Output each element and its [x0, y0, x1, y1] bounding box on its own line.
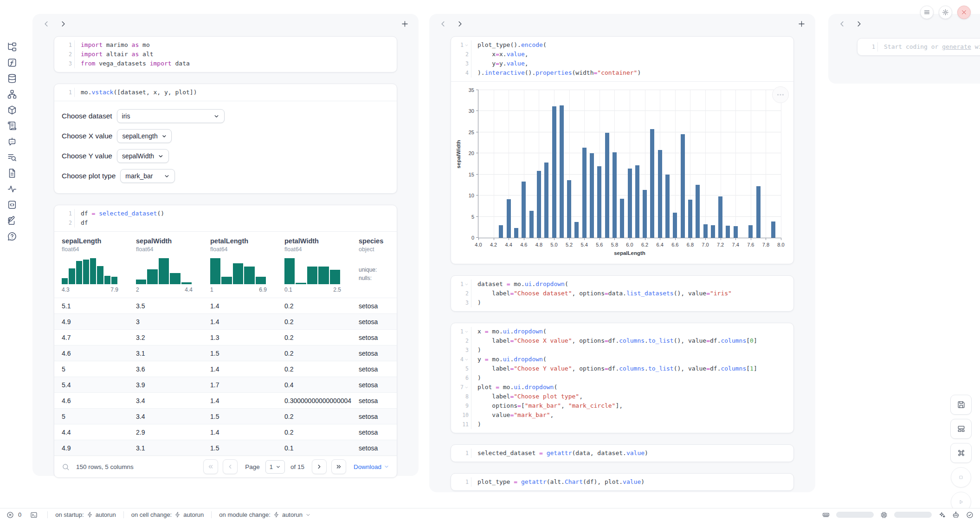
bot-chat-icon[interactable] [7, 137, 17, 147]
code-token: data. [608, 290, 626, 297]
table-cell: setosa [359, 413, 397, 420]
scroll-text-icon[interactable] [7, 121, 17, 131]
menu-button[interactable] [920, 6, 934, 19]
code-token: (). [510, 41, 521, 48]
save-button[interactable] [950, 395, 972, 415]
column-header-species[interactable]: speciesobjectunique:nulls: [359, 237, 397, 298]
table-row[interactable]: 53.61.40.2setosa [54, 361, 397, 377]
dependency-graph-icon[interactable] [7, 89, 17, 99]
code-token: label [477, 337, 510, 344]
dropdown-choose-dataset[interactable]: iris [117, 109, 225, 123]
fold-caret-icon[interactable] [464, 43, 469, 47]
file-tree-icon[interactable] [7, 42, 17, 52]
ram-meter[interactable] [836, 512, 874, 518]
column-next-button[interactable] [855, 20, 864, 28]
fold-caret-icon[interactable] [464, 282, 469, 287]
chart-menu-button[interactable] [772, 86, 789, 103]
snippets-icon[interactable] [7, 200, 17, 210]
code-placeholder[interactable]: Start coding or generate with AI [878, 42, 980, 52]
column-prev-button[interactable] [438, 20, 447, 28]
dropdown-label: Choose X value [62, 132, 112, 140]
code-cell[interactable]: 1dataset = mo.ui.dropdown(2 label="Choos… [451, 275, 794, 312]
column-next-button[interactable] [59, 20, 68, 28]
page-select[interactable]: 1 [265, 460, 285, 474]
function-square-icon[interactable] [7, 58, 17, 68]
on-cell-change-config[interactable]: on cell change: autorun [131, 511, 204, 518]
code-token: [ [746, 337, 750, 344]
fold-caret-icon[interactable] [464, 358, 469, 362]
dropdown-choose-x-value[interactable]: sepalLength [117, 129, 172, 143]
package-icon[interactable] [7, 105, 17, 115]
first-page-button[interactable] [203, 459, 218, 474]
line-number: 5 [465, 365, 469, 372]
settings-button[interactable] [939, 6, 952, 19]
column-header-petalLength[interactable]: petalLengthfloat6416.9 [210, 237, 284, 298]
table-row[interactable]: 4.63.41.40.30000000000000004setosa [54, 392, 397, 408]
text-search-icon[interactable] [7, 152, 17, 163]
add-column-button[interactable] [400, 20, 409, 28]
table-row[interactable]: 53.41.50.2setosa [54, 408, 397, 424]
prev-page-button[interactable] [223, 459, 238, 474]
search-icon[interactable] [62, 463, 70, 471]
keyboard-shortcuts-button[interactable] [950, 443, 972, 463]
table-row[interactable]: 4.931.40.2setosa [54, 313, 397, 329]
code-cell[interactable]: 1selected_dataset = getattr(data, datase… [451, 444, 794, 462]
errors-icon[interactable] [6, 511, 14, 519]
bot-icon[interactable] [952, 511, 960, 519]
close-button[interactable] [957, 6, 971, 19]
last-page-button[interactable] [331, 459, 346, 474]
plot-area[interactable]: 051015202530354.04.24.44.64.85.05.25.45.… [478, 90, 781, 238]
code-cell[interactable]: 1x = mo.ui.dropdown(2 label="Choose X va… [451, 323, 794, 433]
table-row[interactable]: 4.42.91.40.2setosa [54, 424, 397, 440]
column-prev-button[interactable] [42, 20, 51, 28]
empty-code-cell[interactable]: 1 Start coding or generate with AI [857, 38, 980, 56]
column-prev-button[interactable] [838, 20, 846, 28]
on-module-change-config[interactable]: on module change: autorun [219, 511, 311, 518]
code-cell[interactable]: 1plot_type = getattr(alt.Chart(df), plot… [451, 473, 794, 491]
line-number: 4 [460, 356, 464, 363]
code-token: , [525, 60, 529, 67]
code-token: ). [477, 69, 485, 76]
scratchpad-icon[interactable] [7, 215, 17, 226]
on-startup-config[interactable]: on startup: autorun [55, 511, 116, 518]
table-row[interactable]: 5.13.51.40.2setosa [54, 298, 397, 313]
terminal-icon[interactable] [30, 511, 38, 519]
column-next-button[interactable] [456, 20, 464, 28]
gear-icon [942, 9, 949, 16]
code-token: x. [499, 51, 507, 58]
table-row[interactable]: 4.73.21.30.2setosa [54, 329, 397, 345]
database-icon[interactable] [7, 73, 17, 84]
generate-link[interactable]: generate [942, 43, 971, 50]
layout-button[interactable] [950, 419, 972, 439]
y-tick-label: 5 [471, 214, 474, 220]
connection-status-icon[interactable] [966, 511, 974, 519]
file-text-icon[interactable] [7, 168, 17, 178]
code-cell[interactable]: 1mo.vstack([dataset, x, y, plot])Choose … [54, 84, 397, 194]
fold-caret-icon[interactable] [464, 330, 469, 334]
code-cell[interactable]: 1plot_type().encode(2 x=x.value,3 y=y.va… [451, 36, 794, 264]
add-column-button[interactable] [797, 20, 806, 28]
histogram-bar [296, 283, 306, 284]
help-bubble-icon[interactable] [7, 231, 17, 241]
download-button[interactable]: Download [354, 463, 389, 470]
cpu-meter[interactable] [894, 512, 932, 518]
code-cell[interactable]: 1import marimo as mo2import altair as al… [54, 36, 397, 72]
stop-button[interactable] [951, 467, 971, 488]
column-header-petalWidth[interactable]: petalWidthfloat640.12.5 [284, 237, 359, 298]
dropdown-choose-y-value[interactable]: sepalWidth [117, 149, 169, 163]
activity-icon[interactable] [7, 184, 17, 194]
column-header-sepalWidth[interactable]: sepalWidthfloat6424.4 [136, 237, 210, 298]
ai-sparkles-icon[interactable] [938, 511, 946, 519]
code-token: , [561, 402, 568, 409]
column-header-sepalLength[interactable]: sepalLengthfloat644.37.9 [62, 237, 136, 298]
dropdown-choose-plot-type[interactable]: mark_bar [120, 169, 175, 183]
fold-caret-icon[interactable] [464, 385, 469, 390]
code-token: "container" [597, 69, 637, 76]
code-token: , options [572, 337, 605, 344]
table-row[interactable]: 4.93.11.50.1setosa [54, 440, 397, 456]
table-row[interactable]: 4.63.11.50.2setosa [54, 345, 397, 361]
code-cell[interactable]: 1df = selected_dataset()2dfsepalLengthfl… [54, 205, 397, 478]
next-page-button[interactable] [312, 459, 327, 474]
table-row[interactable]: 5.43.91.70.4setosa [54, 377, 397, 392]
code-token: label [477, 393, 510, 400]
